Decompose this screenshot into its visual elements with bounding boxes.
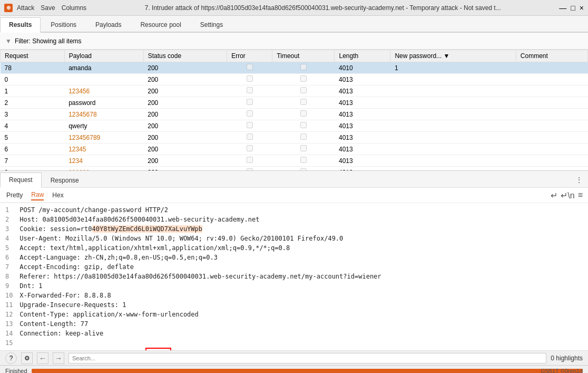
maximize-button[interactable]: □ (571, 4, 575, 12)
code-text: &new-password-1=lll&new-password-2=222 (171, 350, 316, 350)
cell-error (227, 167, 272, 171)
table-row[interactable]: 7 1234 200 4013 (1, 155, 588, 167)
table-row[interactable]: 3 12345678 200 4013 (1, 109, 588, 120)
cell-request: 78 (1, 62, 65, 74)
table-row[interactable]: 2 password 200 4013 (1, 97, 588, 109)
cell-new-password (390, 74, 516, 85)
format-icon[interactable]: ≡ (578, 190, 583, 200)
tab-pretty[interactable]: Pretty (6, 190, 23, 200)
line-number: 3 (5, 224, 16, 234)
code-line: 5 Accept: text/html,application/xhtml+xm… (5, 243, 583, 253)
panel-tab-options: ⋮ (570, 173, 588, 187)
ellipsis-icon[interactable]: ⋮ (575, 176, 583, 184)
cell-payload: 12345 (64, 144, 143, 155)
cell-comment (516, 62, 587, 74)
bottom-right-text: G5B1T ©0ren1d (541, 368, 583, 374)
tab-resource-pool[interactable]: Resource pool (131, 17, 190, 32)
code-line: 11 Upgrade-Insecure-Requests: 1 (5, 300, 583, 310)
cell-status: 200 (143, 155, 227, 167)
code-line: 15 (5, 338, 583, 348)
cell-timeout (272, 109, 335, 120)
col-length[interactable]: Length (335, 50, 390, 62)
menu-columns[interactable]: Columns (62, 4, 86, 12)
line-number: 10 (5, 291, 16, 300)
table-row[interactable]: 4 qwerty 200 4013 (1, 120, 588, 132)
line-number: 7 (5, 262, 16, 272)
code-text: Cookie: session=rt0 (16, 225, 92, 233)
help-button[interactable]: ? (5, 352, 17, 364)
cell-timeout (272, 85, 335, 97)
panel-tabs: Request Response ⋮ (0, 171, 588, 188)
menu-save[interactable]: Save (41, 4, 55, 12)
tab-payloads[interactable]: Payloads (86, 17, 130, 32)
code-line: 10 X-Forwarded-For: 8.8.8.8 (5, 291, 583, 300)
tab-results[interactable]: Results (0, 17, 41, 33)
cell-comment (516, 144, 587, 155)
close-button[interactable]: × (580, 4, 584, 12)
tab-positions[interactable]: Positions (42, 17, 85, 32)
cell-length: 4013 (335, 155, 390, 167)
line-number: 13 (5, 319, 16, 329)
table-row[interactable]: 8 111111 200 4013 (1, 167, 588, 171)
word-wrap-icon[interactable]: ↵ (551, 190, 557, 200)
col-payload[interactable]: Payload (64, 50, 143, 62)
tab-settings[interactable]: Settings (191, 17, 232, 32)
cell-length: 4013 (335, 97, 390, 109)
nav-next-button[interactable]: → (53, 352, 64, 364)
cell-payload: 111111 (64, 167, 143, 171)
cell-error (227, 155, 272, 167)
col-timeout[interactable]: Timeout (272, 50, 335, 62)
cell-new-password (390, 109, 516, 120)
code-line: 2 Host: 0a81005d03e14faa80d626f500040031… (5, 215, 583, 224)
cell-length: 4013 (335, 132, 390, 144)
search-input[interactable] (68, 353, 546, 364)
cell-comment (516, 132, 587, 144)
cell-new-password (390, 167, 516, 171)
code-line: 6 Accept-Language: zh-CN,zh;q=0.8,en-US;… (5, 253, 583, 262)
window-controls: — □ × (559, 4, 584, 12)
menu-attack[interactable]: Attack (17, 4, 34, 12)
nav-tabs: Results Positions Payloads Resource pool… (0, 16, 588, 33)
line-number: 5 (5, 243, 16, 253)
tab-response[interactable]: Response (42, 173, 88, 187)
results-table: Request Payload Status code Error Timeou… (0, 50, 588, 171)
cell-payload: password (64, 97, 143, 109)
tab-raw[interactable]: Raw (31, 190, 44, 200)
col-error[interactable]: Error (227, 50, 272, 62)
minimize-button[interactable]: — (559, 4, 566, 12)
col-status[interactable]: Status code (143, 50, 227, 62)
cell-comment (516, 85, 587, 97)
col-request[interactable]: Request (1, 50, 65, 62)
filter-label: Filter: Showing all items (15, 37, 82, 45)
col-new-password[interactable]: New password... ▼ (390, 50, 516, 62)
cell-payload: qwerty (64, 120, 143, 132)
cell-error (227, 144, 272, 155)
cell-comment (516, 155, 587, 167)
results-table-area: Request Payload Status code Error Timeou… (0, 50, 588, 171)
cell-length: 4013 (335, 167, 390, 171)
table-row[interactable]: 6 12345 200 4013 (1, 144, 588, 155)
settings-button[interactable]: ⚙ (21, 352, 33, 364)
col-comment[interactable]: Comment (516, 50, 587, 62)
code-editor[interactable]: 1 POST /my-account/change-password HTTP/… (0, 203, 588, 350)
tab-hex[interactable]: Hex (52, 190, 63, 200)
cell-request: 3 (1, 109, 65, 120)
line-number: 12 (5, 310, 16, 319)
cell-request: 0 (1, 74, 65, 85)
highlighted-payload: amanda (145, 348, 171, 350)
table-row[interactable]: 0 200 4013 (1, 74, 588, 85)
table-row[interactable]: 5 123456789 200 4013 (1, 132, 588, 144)
cell-timeout (272, 97, 335, 109)
code-line: 7 Accept-Encoding: gzip, deflate (5, 262, 583, 272)
cell-length: 4013 (335, 85, 390, 97)
table-row[interactable]: 1 123456 200 4013 (1, 85, 588, 97)
table-row[interactable]: 78 amanda 200 4010 1 (1, 62, 588, 74)
code-line: 13 Content-Length: 77 (5, 319, 583, 329)
cell-comment (516, 97, 587, 109)
cell-new-password (390, 155, 516, 167)
newline-icon[interactable]: ↵\n (561, 190, 574, 200)
tab-request[interactable]: Request (0, 173, 42, 188)
cell-length: 4010 (335, 62, 390, 74)
nav-prev-button[interactable]: ← (37, 352, 48, 364)
cell-payload: 123456789 (64, 132, 143, 144)
